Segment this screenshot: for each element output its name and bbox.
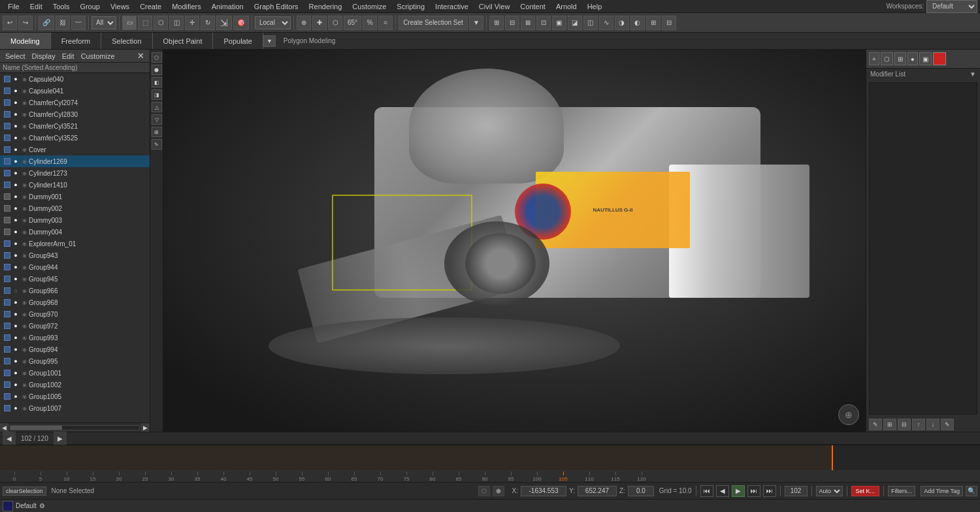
tab-populate[interactable]: Populate xyxy=(213,33,263,49)
scene-item-cover[interactable]: ●◉Cover xyxy=(0,144,150,155)
viewport-3d-view[interactable]: NAUTILLUS G-II ⊕ xyxy=(163,50,866,432)
render2-button[interactable]: ◪ xyxy=(568,16,582,30)
pivot-button[interactable]: ⊕ xyxy=(297,16,311,30)
frame-input[interactable] xyxy=(785,486,808,496)
scene-item-dummy001[interactable]: ●◉Dummy001 xyxy=(0,191,150,202)
rp-active-button[interactable]: ● xyxy=(907,52,918,65)
create-sel-dropdown[interactable]: ▼ xyxy=(469,16,483,30)
snap-button[interactable]: ✚ xyxy=(312,16,327,30)
search-button[interactable]: 🔍 xyxy=(966,486,977,496)
redo-button[interactable]: ↪ xyxy=(18,16,33,30)
scroll-right-button[interactable]: ▶ xyxy=(141,423,150,432)
scene-item-group1007[interactable]: ●◉Group1007 xyxy=(0,402,150,414)
scene-item-group993[interactable]: ●◉Group993 xyxy=(0,332,150,344)
snap2d-button[interactable]: ⬡ xyxy=(328,16,342,30)
scene-edit-btn[interactable]: Edit xyxy=(59,52,77,61)
filters-button[interactable]: Filters... xyxy=(888,486,915,496)
menu-content[interactable]: Content xyxy=(515,1,551,12)
menu-interactive[interactable]: Interactive xyxy=(430,1,474,12)
isolate-button[interactable]: ⊡ xyxy=(536,16,551,30)
scene-item-group994[interactable]: ●◉Group994 xyxy=(0,344,150,355)
rp-add-button[interactable]: + xyxy=(869,52,879,65)
scene-item-cylinder1269[interactable]: ●◉Cylinder1269 xyxy=(0,155,150,167)
mod-btn-1[interactable]: ✎ xyxy=(869,419,882,430)
x-input[interactable] xyxy=(521,486,566,496)
container-button[interactable]: ⊟ xyxy=(505,16,519,30)
link-button[interactable]: 🔗 xyxy=(39,16,54,30)
menu-graph-editors[interactable]: Graph Editors xyxy=(249,1,304,12)
menu-views[interactable]: Views xyxy=(105,1,135,12)
go-to-end-button[interactable]: ⏭ xyxy=(763,485,776,497)
strip-btn-3[interactable]: ◧ xyxy=(152,77,162,88)
mod-btn-5[interactable]: ↓ xyxy=(926,419,939,430)
tab-modeling[interactable]: Modeling xyxy=(0,33,51,49)
bind-button[interactable]: 〰 xyxy=(71,16,86,30)
mod-btn-6[interactable]: ✎ xyxy=(941,419,954,430)
viewport[interactable]: + [ Perspective ] [ User Defined ] [ Def… xyxy=(163,50,866,432)
select-paint-button[interactable]: ⬡ xyxy=(154,16,168,30)
undo-button[interactable]: ↩ xyxy=(3,16,17,30)
strip-btn-1[interactable]: ⬡ xyxy=(152,52,162,63)
scene-item-capsule041[interactable]: ●◉Capsule041 xyxy=(0,85,150,97)
layer-options-button[interactable]: ⚙ xyxy=(39,502,45,509)
scene-item-cylinder1273[interactable]: ●◉Cylinder1273 xyxy=(0,167,150,179)
rp-bookmark-button[interactable]: ⬡ xyxy=(881,52,893,65)
scene-item-chamfercyl2074[interactable]: ●◉ChamferCyl2074 xyxy=(0,97,150,108)
rp-color-swatch[interactable] xyxy=(933,52,946,65)
workspace-select[interactable]: Default xyxy=(926,0,977,13)
playback-icon-2[interactable]: ⬢ xyxy=(493,486,504,496)
scene-item-group944[interactable]: ●◉Group944 xyxy=(0,261,150,273)
menu-tools[interactable]: Tools xyxy=(48,1,75,12)
scene-item-group1002[interactable]: ●◉Group1002 xyxy=(0,379,150,391)
mod-btn-2[interactable]: ⊞ xyxy=(883,419,896,430)
menu-scripting[interactable]: Scripting xyxy=(391,1,430,12)
select-region-button[interactable]: ◫ xyxy=(169,16,184,30)
frame-nav-left-button[interactable]: ◀ xyxy=(3,432,16,445)
create-selection-set-button[interactable]: Create Selection Set xyxy=(399,16,468,30)
panel-close-button[interactable]: ✕ xyxy=(135,51,147,61)
scene-item-group972[interactable]: ●◉Group972 xyxy=(0,320,150,332)
rp-render-button[interactable]: ▣ xyxy=(919,52,932,65)
z-input[interactable] xyxy=(628,486,654,496)
menu-group[interactable]: Group xyxy=(74,1,105,12)
rp-group-button[interactable]: ⊞ xyxy=(894,52,906,65)
scene-item-dummy004[interactable]: ●◉Dummy004 xyxy=(0,226,150,238)
menu-edit[interactable]: Edit xyxy=(25,1,48,12)
scene-item-chamfercyl3521[interactable]: ●◉ChamferCyl3521 xyxy=(0,120,150,132)
modifier-list-dropdown-arrow[interactable]: ▼ xyxy=(970,71,976,78)
scene-list-scrollbar[interactable]: ◀ ▶ xyxy=(0,423,150,432)
set-key-button[interactable]: Set K... xyxy=(851,486,880,496)
prev-frame-button[interactable]: ◀ xyxy=(716,485,729,497)
rotate-button[interactable]: ↻ xyxy=(201,16,215,30)
tab-object-paint[interactable]: Object Paint xyxy=(153,33,214,49)
scene-select-btn[interactable]: Select xyxy=(3,52,28,61)
mod-btn-3[interactable]: ⊟ xyxy=(898,419,911,430)
view-compass[interactable]: ⊕ xyxy=(838,404,859,425)
mod-btn-4[interactable]: ↑ xyxy=(912,419,925,430)
populate-dropdown-button[interactable]: ▼ xyxy=(263,35,276,47)
go-to-start-button[interactable]: ⏮ xyxy=(700,485,713,497)
scene-item-explorerarm_01[interactable]: ●◉ExplorerArm_01 xyxy=(0,238,150,249)
scene-item-group1001[interactable]: ●◉Group1001 xyxy=(0,367,150,379)
menu-file[interactable]: File xyxy=(3,1,25,12)
angle-snap-button[interactable]: 65° xyxy=(344,16,361,30)
scroll-track[interactable] xyxy=(10,425,140,430)
tab-selection[interactable]: Selection xyxy=(101,33,152,49)
move-button[interactable]: ✛ xyxy=(185,16,199,30)
scene-item-cylinder1410[interactable]: ●◉Cylinder1410 xyxy=(0,179,150,191)
scene-display-btn[interactable]: Display xyxy=(29,52,58,61)
strip-btn-8[interactable]: ✎ xyxy=(152,139,162,150)
scene-item-group1005[interactable]: ●◉Group1005 xyxy=(0,391,150,402)
scene-item-chamfercyl3525[interactable]: ●◉ChamferCyl3525 xyxy=(0,132,150,144)
scene-item-dummy002[interactable]: ●◉Dummy002 xyxy=(0,202,150,214)
scene-item-group995[interactable]: ●◉Group995 xyxy=(0,355,150,367)
scene-customize-btn[interactable]: Customize xyxy=(78,52,118,61)
playback-icon-1[interactable]: ⬡ xyxy=(478,486,490,496)
scene-item-chamfercyl2830[interactable]: ●◉ChamferCyl2830 xyxy=(0,108,150,120)
object-set-button[interactable]: ⊠ xyxy=(521,16,535,30)
menu-arnold[interactable]: Arnold xyxy=(551,1,582,12)
scene-item-group968[interactable]: ●◉Group968 xyxy=(0,296,150,308)
menu-help[interactable]: Help xyxy=(582,1,608,12)
spinner-snap-button[interactable]: ≈ xyxy=(378,16,393,30)
select-lasso-button[interactable]: ⬚ xyxy=(138,16,152,30)
